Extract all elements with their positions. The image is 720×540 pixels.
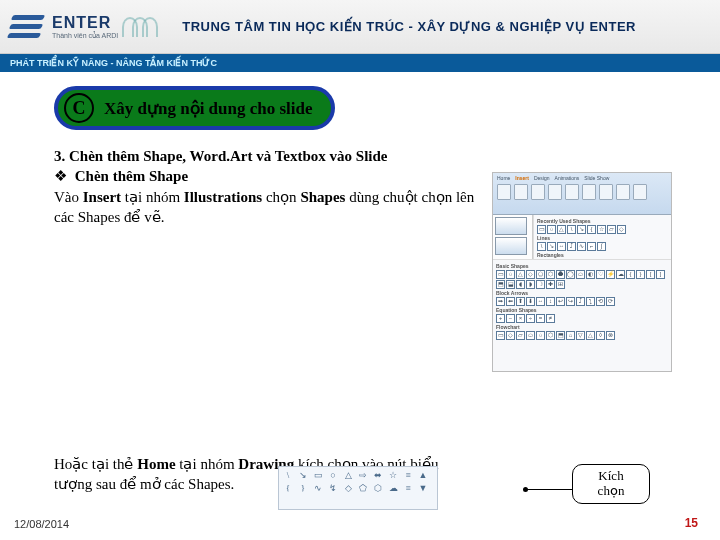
bullet-text: Chèn thêm Shape (75, 168, 188, 184)
callout-text-2: chọn (598, 483, 625, 498)
slide-thumbnail (495, 217, 527, 235)
section-title: Xây dựng nội dung cho slide (104, 98, 313, 119)
callout-text-1: Kích (598, 468, 623, 483)
ribbon-button-icon (565, 184, 579, 200)
section-letter: C (64, 93, 94, 123)
ribbon-buttons (497, 184, 667, 200)
ribbon-button-icon (633, 184, 647, 200)
shapes-dropdown-lower: Basic Shapes ▭○△◇⬠⬡⯃◯⬭◐♡⚡ ☁{}[]⬒⬓◖◗☽✚⊞ B… (493, 259, 671, 371)
ribbon-button-icon (514, 184, 528, 200)
shapes-button-icon (599, 184, 613, 200)
section-badge: C Xây dựng nội dung cho slide (54, 86, 335, 130)
ribbon-button-icon (616, 184, 630, 200)
ribbon-button-icon (582, 184, 596, 200)
shapes-dropdown-panel: Recently Used Shapes ▭○△\↘{☆▱◇ Lines \↘↔… (533, 215, 671, 261)
footer-page-number: 15 (685, 516, 698, 530)
drawing-shapes-gallery: \↘▭○△⇨⬌☆≡▲ {}∿↯◇⬠⬡☁≡▼ (278, 466, 438, 510)
ribbon-button-icon (548, 184, 562, 200)
ribbon-button-icon (497, 184, 511, 200)
diamond-bullet-icon: ❖ (54, 168, 67, 184)
ribbon-tabs: Home Insert Design Animations Slide Show (497, 175, 667, 181)
powerpoint-screenshot: Home Insert Design Animations Slide Show (492, 172, 672, 372)
decorative-arcs (128, 17, 158, 37)
logo-subtitle: Thành viên của ARDI (52, 32, 118, 40)
ribbon-button-icon (531, 184, 545, 200)
body-text: 3. Chèn thêm Shape, Word.Art và Textbox … (54, 146, 494, 227)
callout-connector-line (526, 489, 574, 490)
slide-thumbnails-panel (493, 215, 533, 261)
subheader-bar: PHÁT TRIỂN KỸ NĂNG - NÂNG TẦM KIẾN THỨC (0, 54, 720, 72)
instruction-paragraph-1: Vào Insert tại nhóm Illustrations chọn S… (54, 187, 494, 228)
footer-date: 12/08/2014 (14, 518, 69, 530)
slide-content: C Xây dựng nội dung cho slide 3. Chèn th… (0, 72, 720, 540)
body-heading: 3. Chèn thêm Shape, Word.Art và Textbox … (54, 148, 388, 164)
subheader-text: PHÁT TRIỂN KỸ NĂNG - NÂNG TẦM KIẾN THỨC (10, 58, 217, 68)
callout-bubble: Kích chọn (572, 464, 650, 504)
logo: ENTER Thành viên của ARDI (10, 13, 118, 41)
slide-thumbnail (495, 237, 527, 255)
header-bar: ENTER Thành viên của ARDI TRUNG TÂM TIN … (0, 0, 720, 54)
logo-name: ENTER (52, 14, 118, 32)
ribbon: Home Insert Design Animations Slide Show (493, 173, 671, 215)
logo-icon (10, 13, 46, 41)
header-title: TRUNG TÂM TIN HỌC KIẾN TRÚC - XÂY DỰNG &… (182, 19, 636, 34)
